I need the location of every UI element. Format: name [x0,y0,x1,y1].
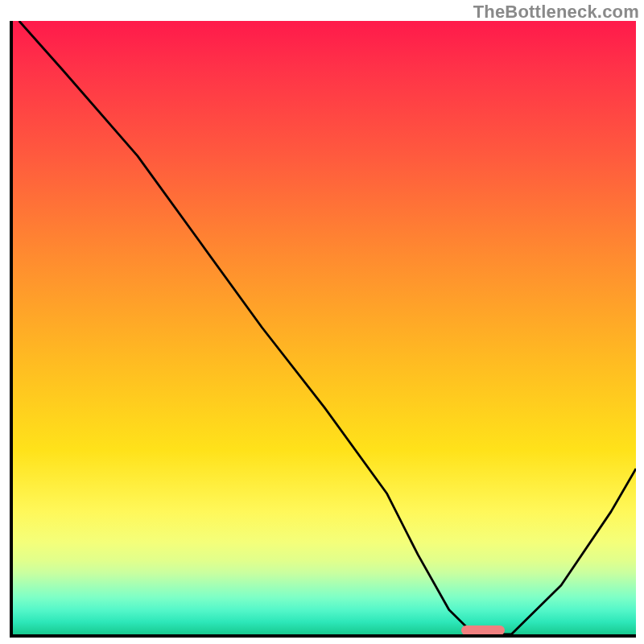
attribution-text: TheBottleneck.com [473,2,639,23]
bottleneck-curve [13,21,636,634]
curve-path [19,21,636,634]
optimal-range-marker [461,625,505,635]
plot-area [10,21,636,638]
chart-wrapper: TheBottleneck.com [0,0,644,644]
